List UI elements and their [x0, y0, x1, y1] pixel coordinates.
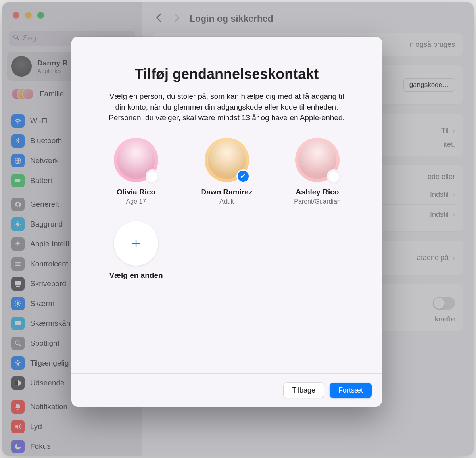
contact-option[interactable]: ✓Dawn RamirezAdult [185, 138, 269, 205]
contact-role: Age 17 [126, 198, 146, 205]
contact-grid: Olivia RicoAge 17✓Dawn RamirezAdultAshle… [92, 138, 361, 205]
recovery-contact-modal: Tilføj gendannelseskontakt Vælg en perso… [71, 37, 382, 407]
contact-option[interactable]: Olivia RicoAge 17 [94, 138, 178, 205]
contact-name: Olivia Rico [117, 188, 155, 196]
continue-button[interactable]: Fortsæt [330, 383, 372, 398]
contact-avatar [295, 138, 340, 182]
choose-another-label: Vælg en anden [109, 271, 163, 280]
contact-role: Parent/Guardian [294, 198, 340, 205]
contact-name: Ashley Rico [296, 188, 339, 196]
choose-another-button[interactable]: ＋ Vælg en anden [94, 221, 178, 280]
system-settings-window: Søg Danny R Apple-ko Familie Wi-FiBlueto… [2, 2, 474, 456]
contact-option[interactable]: Ashley RicoParent/Guardian [276, 138, 359, 205]
back-button[interactable]: Tilbage [284, 383, 324, 398]
contact-avatar: ✓ [205, 138, 249, 182]
modal-description: Vælg en person, du stoler på, som kan hj… [104, 91, 350, 123]
plus-icon: ＋ [114, 221, 158, 266]
contact-avatar [114, 138, 158, 182]
contact-role: Adult [219, 198, 234, 205]
modal-title: Tilføj gendannelseskontakt [92, 66, 361, 83]
empty-check-icon [146, 169, 159, 183]
contact-name: Dawn Ramirez [201, 188, 253, 196]
modal-footer: Tilbage Fortsæt [71, 373, 382, 407]
empty-check-icon [327, 169, 340, 183]
checkmark-icon: ✓ [236, 169, 250, 183]
